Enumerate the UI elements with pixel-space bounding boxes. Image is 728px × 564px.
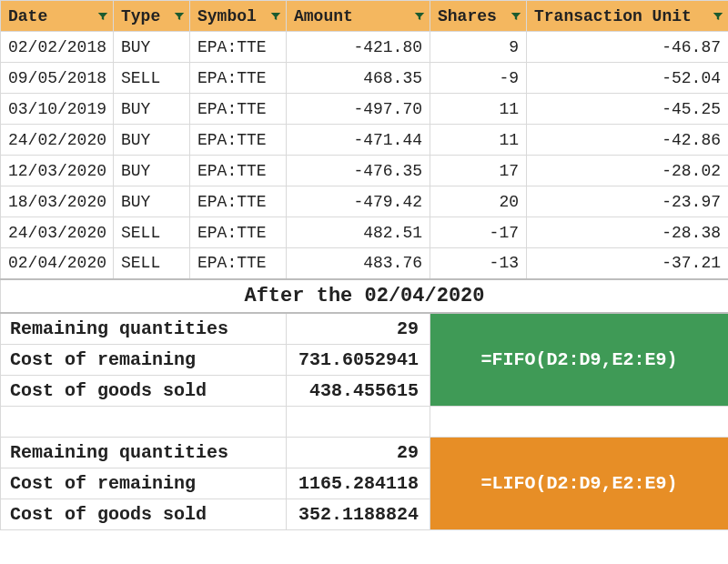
- col-shares-label: Shares: [438, 7, 497, 25]
- cell-shares[interactable]: 11: [430, 94, 527, 125]
- section-title: After the 02/04/2020: [1, 279, 729, 313]
- cell-amount[interactable]: 483.76: [287, 248, 430, 279]
- metric-value[interactable]: 438.455615: [287, 375, 430, 406]
- col-shares[interactable]: Shares: [430, 1, 527, 32]
- cell-date[interactable]: 09/05/2018: [1, 63, 114, 94]
- table-row[interactable]: 02/04/2020SELLEPA:TTE483.76-13-37.21: [1, 248, 729, 279]
- cell-amount[interactable]: 482.51: [287, 217, 430, 248]
- section-title-row: After the 02/04/2020: [1, 279, 729, 313]
- metric-label[interactable]: Remaining quantities: [1, 437, 287, 468]
- cell-amount[interactable]: -497.70: [287, 94, 430, 125]
- metric-value[interactable]: 352.1188824: [287, 499, 430, 529]
- col-amount[interactable]: Amount: [287, 1, 430, 32]
- cell-date[interactable]: 18/03/2020: [1, 186, 114, 217]
- cell-date[interactable]: 24/03/2020: [1, 217, 114, 248]
- cell-amount[interactable]: 468.35: [287, 63, 430, 94]
- filter-icon[interactable]: [413, 10, 426, 23]
- cell-type[interactable]: SELL: [114, 63, 190, 94]
- col-tunit-label: Transaction Unit: [534, 7, 692, 25]
- metric-value[interactable]: 29: [287, 313, 430, 345]
- table-row[interactable]: 02/02/2018BUYEPA:TTE-421.809-46.87: [1, 32, 729, 63]
- cell-tunit[interactable]: -45.25: [527, 94, 729, 125]
- filter-icon[interactable]: [173, 10, 186, 23]
- lifo-formula-cell[interactable]: =LIFO(D2:D9,E2:E9): [430, 437, 729, 529]
- cell-symbol[interactable]: EPA:TTE: [190, 156, 287, 186]
- cell-date[interactable]: 02/04/2020: [1, 248, 114, 279]
- spreadsheet-view[interactable]: Date Type Symbol Amount Shares Transacti…: [0, 0, 728, 564]
- col-amount-label: Amount: [294, 7, 353, 25]
- cell-symbol[interactable]: EPA:TTE: [190, 217, 287, 248]
- metric-label[interactable]: Cost of remaining: [1, 468, 287, 499]
- table-row[interactable]: 09/05/2018SELLEPA:TTE468.35-9-52.04: [1, 63, 729, 94]
- spacer-row: [1, 406, 729, 437]
- col-symbol-label: Symbol: [197, 7, 257, 25]
- cell-symbol[interactable]: EPA:TTE: [190, 32, 287, 63]
- filter-icon[interactable]: [510, 10, 522, 23]
- cell-symbol[interactable]: EPA:TTE: [190, 94, 287, 125]
- metric-label[interactable]: Cost of goods sold: [1, 375, 287, 406]
- cell-symbol[interactable]: EPA:TTE: [190, 63, 287, 94]
- cell-type[interactable]: BUY: [114, 186, 190, 217]
- cell-tunit[interactable]: -42.86: [527, 125, 729, 156]
- col-type-label: Type: [121, 7, 160, 25]
- col-date[interactable]: Date: [1, 1, 114, 32]
- metric-label[interactable]: Remaining quantities: [1, 313, 287, 345]
- cell-tunit[interactable]: -23.97: [527, 186, 729, 217]
- cell-shares[interactable]: 17: [430, 156, 527, 186]
- table-row[interactable]: 24/03/2020SELLEPA:TTE482.51-17-28.38: [1, 217, 729, 248]
- cell-tunit[interactable]: -46.87: [527, 32, 729, 63]
- cell-symbol[interactable]: EPA:TTE: [190, 125, 287, 156]
- cell-type[interactable]: BUY: [114, 156, 190, 186]
- col-type[interactable]: Type: [114, 1, 190, 32]
- cell-type[interactable]: SELL: [114, 217, 190, 248]
- cell-tunit[interactable]: -52.04: [527, 63, 729, 94]
- metric-label[interactable]: Cost of goods sold: [1, 499, 287, 529]
- cell-shares[interactable]: 9: [430, 32, 527, 63]
- cell-amount[interactable]: -476.35: [287, 156, 430, 186]
- filter-icon[interactable]: [96, 10, 109, 23]
- cell-date[interactable]: 02/02/2018: [1, 32, 114, 63]
- filter-icon[interactable]: [712, 10, 724, 23]
- col-date-label: Date: [8, 7, 47, 25]
- metric-value[interactable]: 1165.284118: [287, 468, 430, 499]
- metric-value[interactable]: 29: [287, 437, 430, 468]
- cell-symbol[interactable]: EPA:TTE: [190, 248, 287, 279]
- header-row: Date Type Symbol Amount Shares Transacti…: [1, 1, 729, 32]
- transactions-table[interactable]: Date Type Symbol Amount Shares Transacti…: [0, 0, 728, 530]
- table-row[interactable]: 03/10/2019BUYEPA:TTE-497.7011-45.25: [1, 94, 729, 125]
- cell-tunit[interactable]: -28.02: [527, 156, 729, 186]
- fifo-formula-cell[interactable]: =FIFO(D2:D9,E2:E9): [430, 313, 729, 407]
- table-body: 02/02/2018BUYEPA:TTE-421.809-46.87 09/05…: [1, 32, 729, 530]
- cell-amount[interactable]: -421.80: [287, 32, 430, 63]
- col-transaction-unit[interactable]: Transaction Unit: [527, 1, 729, 32]
- lifo-remaining-qty-row: Remaining quantities 29 =LIFO(D2:D9,E2:E…: [1, 437, 729, 468]
- fifo-remaining-qty-row: Remaining quantities 29 =FIFO(D2:D9,E2:E…: [1, 313, 729, 345]
- cell-shares[interactable]: 11: [430, 125, 527, 156]
- cell-type[interactable]: BUY: [114, 125, 190, 156]
- cell-shares[interactable]: -13: [430, 248, 527, 279]
- col-symbol[interactable]: Symbol: [190, 1, 287, 32]
- cell-tunit[interactable]: -37.21: [527, 248, 729, 279]
- cell-type[interactable]: BUY: [114, 32, 190, 63]
- cell-amount[interactable]: -479.42: [287, 186, 430, 217]
- table-row[interactable]: 12/03/2020BUYEPA:TTE-476.3517-28.02: [1, 156, 729, 186]
- cell-date[interactable]: 03/10/2019: [1, 94, 114, 125]
- metric-label[interactable]: Cost of remaining: [1, 344, 287, 375]
- cell-shares[interactable]: 20: [430, 186, 527, 217]
- cell-amount[interactable]: -471.44: [287, 125, 430, 156]
- cell-type[interactable]: BUY: [114, 94, 190, 125]
- table-row[interactable]: 24/02/2020BUYEPA:TTE-471.4411-42.86: [1, 125, 729, 156]
- cell-date[interactable]: 12/03/2020: [1, 156, 114, 186]
- cell-type[interactable]: SELL: [114, 248, 190, 279]
- metric-value[interactable]: 731.6052941: [287, 344, 430, 375]
- cell-date[interactable]: 24/02/2020: [1, 125, 114, 156]
- filter-icon[interactable]: [269, 10, 282, 23]
- cell-symbol[interactable]: EPA:TTE: [190, 186, 287, 217]
- cell-shares[interactable]: -17: [430, 217, 527, 248]
- cell-tunit[interactable]: -28.38: [527, 217, 729, 248]
- cell-shares[interactable]: -9: [430, 63, 527, 94]
- table-row[interactable]: 18/03/2020BUYEPA:TTE-479.4220-23.97: [1, 186, 729, 217]
